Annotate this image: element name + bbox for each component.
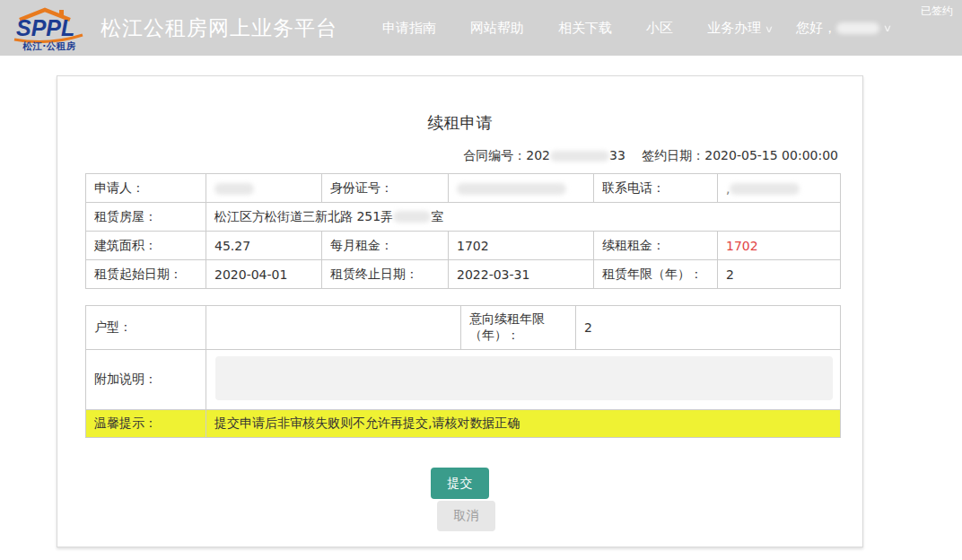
- greeting-text: 您好，: [796, 20, 836, 37]
- site-logo[interactable]: SPPL 松江·公租房: [11, 7, 88, 51]
- nav-item-business-label: 业务办理: [707, 20, 761, 36]
- contract-info-table: 申请人： 身份证号： 联系电话： , 租赁房屋： 松江区方松街道三新北路 251…: [85, 173, 841, 289]
- table-row: 户型： 意向续租年限 （年）： 2: [86, 306, 841, 350]
- renew-years-value: 2: [576, 306, 841, 350]
- house-label: 租赁房屋：: [86, 203, 206, 232]
- renewal-application-panel: 续租申请 合同编号：20233 签约日期：2020-05-15 00:00:00…: [57, 75, 863, 547]
- house-type-value: [206, 306, 461, 350]
- cancel-button[interactable]: 取消: [437, 501, 495, 531]
- phone-value: ,: [718, 174, 841, 203]
- area-label: 建筑面积：: [86, 232, 206, 260]
- nav-item-community[interactable]: 小区: [646, 20, 673, 37]
- renew-years-label: 意向续租年限 （年）：: [461, 306, 576, 350]
- sppl-logo-icon: SPPL: [11, 7, 88, 43]
- logo-subtext: 松江·公租房: [22, 41, 76, 51]
- contract-no-prefix: 202: [526, 148, 550, 162]
- start-date-label: 租赁起始日期：: [86, 260, 206, 289]
- chevron-down-icon: ∨: [883, 22, 892, 34]
- address-suffix: 室: [431, 209, 443, 223]
- user-name-redacted: [836, 22, 879, 34]
- rent-value: 1702: [449, 232, 594, 260]
- lease-years-label: 租赁年限（年）：: [594, 260, 718, 289]
- table-row: 温馨提示： 提交申请后非审核失败则不允许再提交,请核对数据正确: [86, 410, 841, 438]
- svg-text:SPPL: SPPL: [16, 15, 74, 40]
- house-address: 松江区方松街道三新北路 251弄室: [206, 203, 841, 232]
- lease-years-value: 2: [718, 260, 841, 289]
- start-date-value: 2020-04-01: [206, 260, 322, 289]
- phone-label: 联系电话：: [594, 174, 718, 203]
- address-prefix: 松江区方松街道三新北路 251弄: [214, 209, 393, 223]
- area-value: 45.27: [206, 232, 322, 260]
- chevron-down-icon: ∨: [765, 23, 774, 35]
- applicant-label: 申请人：: [86, 174, 206, 203]
- end-date-value: 2022-03-31: [449, 260, 594, 289]
- table-row: 租赁房屋： 松江区方松街道三新北路 251弄室: [86, 203, 841, 232]
- contract-no-suffix: 33: [609, 148, 625, 162]
- nav-item-apply-guide[interactable]: 申请指南: [382, 20, 436, 37]
- remark-cell: [206, 350, 841, 410]
- rent-label: 每月租金：: [322, 232, 449, 260]
- phone-redacted: [730, 183, 800, 195]
- contract-no-label: 合同编号：: [463, 148, 526, 162]
- nav-item-business-menu[interactable]: 业务办理∨: [707, 20, 773, 37]
- table-row: 租赁起始日期： 2020-04-01 租赁终止日期： 2022-03-31 租赁…: [86, 260, 841, 289]
- end-date-label: 租赁终止日期：: [322, 260, 449, 289]
- renew-rent-value: 1702: [718, 232, 841, 260]
- applicant-value: [206, 174, 322, 203]
- tip-label: 温馨提示：: [86, 410, 206, 438]
- sign-date-label: 签约日期：: [642, 148, 704, 162]
- table-row: 建筑面积： 45.27 每月租金： 1702 续租租金： 1702: [86, 232, 841, 260]
- id-redacted: [457, 183, 566, 195]
- remark-input[interactable]: [215, 356, 833, 400]
- submit-button[interactable]: 提交: [431, 468, 489, 499]
- nav-item-site-help[interactable]: 网站帮助: [470, 20, 524, 37]
- id-label: 身份证号：: [322, 174, 449, 203]
- top-navbar: SPPL 松江·公租房 松江公租房网上业务平台 申请指南 网站帮助 相关下载 小…: [0, 0, 962, 56]
- address-redacted: [393, 211, 431, 223]
- renew-rent-label: 续租租金：: [594, 232, 718, 260]
- table-row: 附加说明：: [86, 350, 841, 410]
- button-area: 提交 取消: [57, 468, 862, 531]
- table-row: 申请人： 身份证号： 联系电话： ,: [86, 174, 841, 203]
- nav-item-downloads[interactable]: 相关下载: [558, 20, 612, 37]
- sign-date-value: 2020-05-15 00:00:00: [704, 148, 838, 162]
- user-menu[interactable]: 您好， ∨: [796, 20, 891, 37]
- remark-label: 附加说明：: [86, 350, 206, 410]
- id-value: [449, 174, 594, 203]
- page-title: 续租申请: [57, 112, 862, 134]
- contract-no-redacted: [550, 151, 609, 162]
- applicant-redacted: [214, 183, 254, 195]
- renewal-form-table: 户型： 意向续租年限 （年）： 2 附加说明： 温馨提示： 提交申请后非审核失败…: [85, 305, 841, 438]
- status-badge-signed: 已签约: [921, 4, 953, 19]
- tip-message: 提交申请后非审核失败则不允许再提交,请核对数据正确: [206, 410, 841, 438]
- site-title: 松江公租房网上业务平台: [101, 14, 337, 42]
- house-type-label: 户型：: [86, 306, 206, 350]
- contract-info-line: 合同编号：20233 签约日期：2020-05-15 00:00:00: [57, 148, 838, 164]
- main-nav: 申请指南 网站帮助 相关下载 小区 业务办理∨: [382, 20, 773, 37]
